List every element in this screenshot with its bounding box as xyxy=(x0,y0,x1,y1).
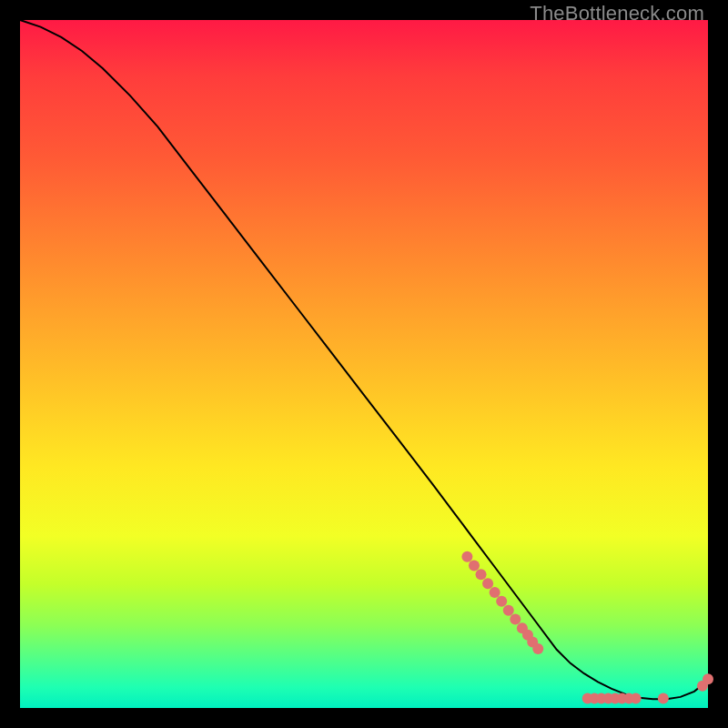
data-marker xyxy=(658,693,669,703)
data-marker xyxy=(490,587,500,598)
plot-area xyxy=(20,20,708,708)
data-marker xyxy=(461,551,472,562)
data-marker xyxy=(703,673,713,684)
chart-stage: { "watermark": "TheBottleneck.com", "col… xyxy=(0,0,728,728)
data-marker xyxy=(532,643,543,654)
chart-svg xyxy=(20,20,708,708)
data-marker xyxy=(476,569,487,580)
data-marker xyxy=(503,605,514,616)
data-marker xyxy=(496,596,507,607)
data-marker xyxy=(510,613,521,624)
data-marker xyxy=(631,693,642,703)
watermark-text: TheBottleneck.com xyxy=(530,2,704,25)
data-marker xyxy=(482,578,493,589)
data-marker xyxy=(469,561,480,571)
bottleneck-curve xyxy=(20,20,708,699)
